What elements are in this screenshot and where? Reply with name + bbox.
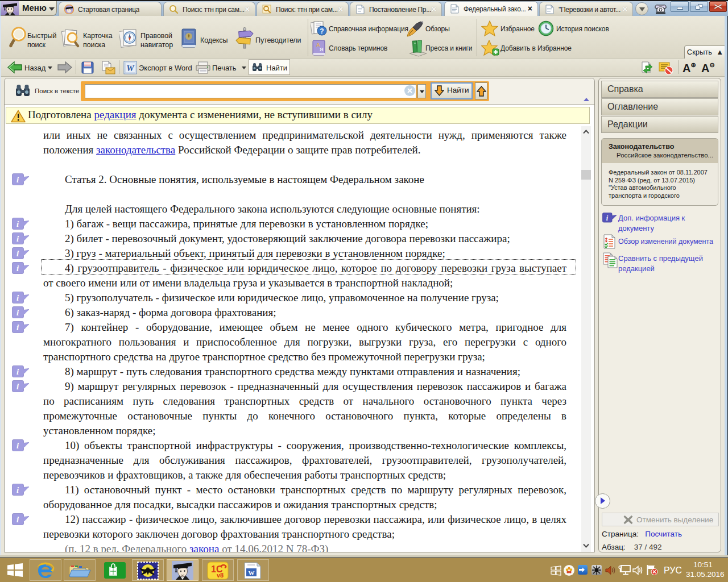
svg-text:v8: v8: [217, 572, 224, 579]
svg-text:Я: Я: [320, 47, 323, 52]
svg-text:W: W: [126, 64, 135, 73]
svg-text:W: W: [249, 569, 255, 576]
svg-text:?: ?: [320, 27, 324, 35]
